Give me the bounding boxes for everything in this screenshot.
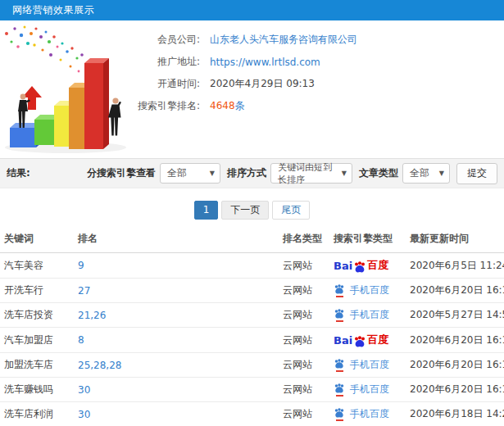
col-updated: 最新更新时间 xyxy=(406,225,504,253)
keyword-cell: 加盟洗车店 xyxy=(0,353,74,378)
baidu-paw-icon xyxy=(334,283,345,295)
rank-count: 4648 xyxy=(210,100,235,111)
company-row: 会员公司: 山东老人头汽车服务咨询有限公司 xyxy=(105,29,357,51)
engine-rank-value: 4648条 xyxy=(210,99,245,113)
rank-type-cell: 云网站 xyxy=(279,378,329,402)
table-header-row: 关键词 排名 排名类型 搜索引擎类型 最新更新时间 xyxy=(0,225,504,253)
sort-select-value: 关键词由短到长排序 xyxy=(278,161,335,186)
engine-rank-label: 搜索引擎排名: xyxy=(105,99,200,113)
keyword-cell: 汽车加盟店 xyxy=(0,328,74,353)
submit-button[interactable]: 提交 xyxy=(456,163,497,184)
page-title: 网络营销效果展示 xyxy=(0,0,504,20)
pagination: 1 下一页 尾页 xyxy=(0,201,504,220)
mobile-baidu-icon xyxy=(334,358,346,372)
engine-cell: Bai百度 xyxy=(329,253,406,279)
filter-group: 分搜索引擎查看 全部 ▼ 排序方式 关键词由短到长排序 ▼ 文章类型 全部 ▼ … xyxy=(80,163,497,184)
mobile-baidu-icon xyxy=(334,283,346,297)
baidu-paw-icon xyxy=(334,358,345,369)
engine-cell: 手机百度 xyxy=(329,378,406,402)
table-row: 洗车赚钱吗30云网站手机百度2020年6月20日 16:12 xyxy=(0,378,504,402)
mobile-baidu-icon xyxy=(334,407,346,421)
baidu-logo: Bai百度 xyxy=(334,258,402,273)
mobile-baidu-icon xyxy=(334,308,346,322)
rank-cell[interactable]: 30 xyxy=(74,402,279,426)
keyword-cell: 洗车店利润 xyxy=(0,402,74,426)
keyword-cell: 汽车美容 xyxy=(0,253,74,279)
baidu-paw-icon xyxy=(334,383,345,394)
sort-filter-label: 排序方式 xyxy=(227,166,266,180)
rank-type-cell: 云网站 xyxy=(279,353,329,378)
mobile-baidu-logo: 手机百度 xyxy=(334,407,402,421)
baidu-paw-icon xyxy=(353,335,366,348)
table-row: 加盟洗车店25,28,28云网站手机百度2020年6月20日 16:11 xyxy=(0,353,504,378)
article-filter-label: 文章类型 xyxy=(359,166,398,180)
table-row: 洗车店投资21,26云网站手机百度2020年5月27日 14:58 xyxy=(0,303,504,328)
promo-url-row: 推广地址: https://www.lrtlsd.com xyxy=(105,51,357,73)
rank-cell[interactable]: 9 xyxy=(74,253,279,279)
updated-cell: 2020年6月5日 11:24 xyxy=(406,253,504,279)
rank-type-cell: 云网站 xyxy=(279,279,329,303)
rank-type-cell: 云网站 xyxy=(279,328,329,353)
rank-cell[interactable]: 30 xyxy=(74,378,279,402)
col-keyword: 关键词 xyxy=(0,225,74,253)
article-select-value: 全部 xyxy=(410,166,433,180)
results-table: 关键词 排名 排名类型 搜索引擎类型 最新更新时间 汽车美容9云网站Bai百度2… xyxy=(0,225,504,426)
chevron-down-icon: ▼ xyxy=(342,170,347,177)
engine-cell: 手机百度 xyxy=(329,402,406,426)
engine-cell: Bai百度 xyxy=(329,328,406,353)
mobile-baidu-logo: 手机百度 xyxy=(334,358,402,372)
table-row: 汽车美容9云网站Bai百度2020年6月5日 11:24 xyxy=(0,253,504,279)
promo-url-label: 推广地址: xyxy=(105,55,200,69)
results-table-body: 汽车美容9云网站Bai百度2020年6月5日 11:24开洗车行27云网站手机百… xyxy=(0,253,504,426)
updated-cell: 2020年6月20日 16:16 xyxy=(406,279,504,303)
mobile-baidu-logo: 手机百度 xyxy=(334,283,402,297)
updated-cell: 2020年6月20日 16:12 xyxy=(406,378,504,402)
rank-cell[interactable]: 27 xyxy=(74,279,279,303)
baidu-logo: Bai百度 xyxy=(334,333,402,347)
table-row: 汽车加盟店8云网站Bai百度2020年6月20日 16:12 xyxy=(0,328,504,353)
baidu-paw-icon xyxy=(334,407,345,419)
baidu-paw-icon xyxy=(353,261,366,274)
table-row: 洗车店利润30云网站手机百度2020年6月18日 14:27 xyxy=(0,402,504,426)
page-current[interactable]: 1 xyxy=(194,201,219,220)
rank-cell[interactable]: 25,28,28 xyxy=(74,353,279,378)
article-select[interactable]: 全部 ▼ xyxy=(402,163,450,184)
member-info: 会员公司: 山东老人头汽车服务咨询有限公司 推广地址: https://www.… xyxy=(105,29,357,117)
table-row: 开洗车行27云网站手机百度2020年6月20日 16:16 xyxy=(0,279,504,303)
engine-select-value: 全部 xyxy=(167,166,203,180)
rank-cell[interactable]: 21,26 xyxy=(74,303,279,328)
engine-filter-label: 分搜索引擎查看 xyxy=(87,166,156,180)
company-label: 会员公司: xyxy=(105,33,200,47)
engine-cell: 手机百度 xyxy=(329,303,406,328)
updated-cell: 2020年6月20日 16:12 xyxy=(406,328,504,353)
keyword-cell: 洗车赚钱吗 xyxy=(0,378,74,402)
engine-cell: 手机百度 xyxy=(329,353,406,378)
mobile-baidu-icon xyxy=(334,383,346,397)
confetti-dots xyxy=(5,26,98,79)
page-next[interactable]: 下一页 xyxy=(221,201,269,220)
rank-type-cell: 云网站 xyxy=(279,253,329,279)
chevron-down-icon: ▼ xyxy=(439,170,444,177)
open-time-value: 2020年4月29日 09:13 xyxy=(210,77,315,91)
rank-type-cell: 云网站 xyxy=(279,402,329,426)
open-time-label: 开通时间: xyxy=(105,77,200,91)
updated-cell: 2020年5月27日 14:58 xyxy=(406,303,504,328)
filter-bar: 结果: 分搜索引擎查看 全部 ▼ 排序方式 关键词由短到长排序 ▼ 文章类型 全… xyxy=(0,158,504,188)
rank-cell[interactable]: 8 xyxy=(74,328,279,353)
promo-url-link[interactable]: https://www.lrtlsd.com xyxy=(210,57,320,68)
sort-select[interactable]: 关键词由短到长排序 ▼ xyxy=(270,163,352,184)
result-label: 结果: xyxy=(7,166,30,180)
open-time-row: 开通时间: 2020年4月29日 09:13 xyxy=(105,73,357,95)
engine-select[interactable]: 全部 ▼ xyxy=(160,163,220,184)
rank-unit: 条 xyxy=(235,100,245,111)
mobile-baidu-logo: 手机百度 xyxy=(334,383,402,397)
page-last[interactable]: 尾页 xyxy=(272,201,310,220)
keyword-cell: 洗车店投资 xyxy=(0,303,74,328)
info-section: 会员公司: 山东老人头汽车服务咨询有限公司 推广地址: https://www.… xyxy=(0,20,504,158)
keyword-cell: 开洗车行 xyxy=(0,279,74,303)
engine-rank-row: 搜索引擎排名: 4648条 xyxy=(105,95,357,117)
col-rank-type: 排名类型 xyxy=(279,225,329,253)
company-link[interactable]: 山东老人头汽车服务咨询有限公司 xyxy=(210,33,357,47)
updated-cell: 2020年6月20日 16:11 xyxy=(406,353,504,378)
rank-type-cell: 云网站 xyxy=(279,303,329,328)
